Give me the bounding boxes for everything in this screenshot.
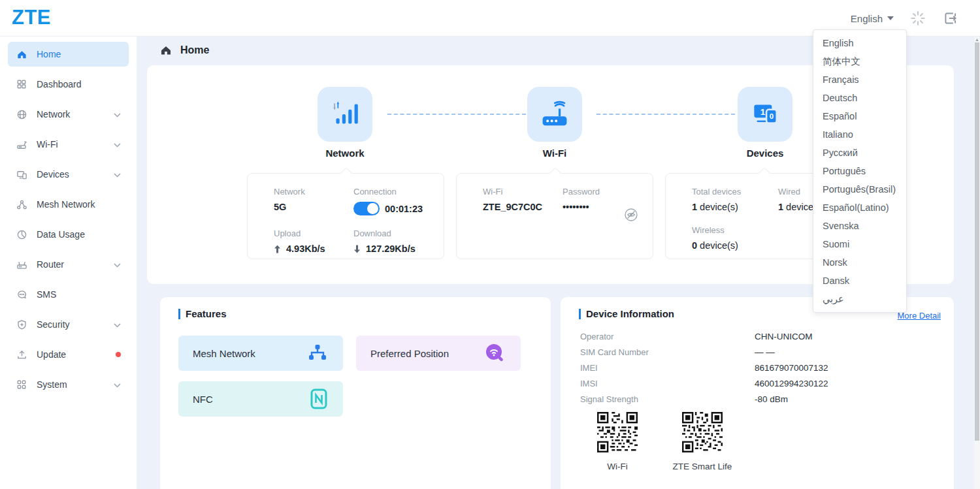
language-selector[interactable]: English [851, 13, 894, 24]
network-node-tile[interactable] [318, 87, 372, 142]
sidebar-item-label: Network [37, 109, 70, 119]
connection-time: 00:01:23 [385, 204, 423, 214]
info-label: Signal Strength [580, 394, 755, 404]
zte-logo: ZTE [12, 6, 51, 29]
language-option-portuguese-brasil[interactable]: Português(Brasil) [813, 180, 906, 198]
sidebar-item-sms[interactable]: SMS [8, 282, 129, 307]
chevron-down-icon [114, 109, 121, 119]
card-pointer [756, 168, 772, 174]
vertical-scrollbar[interactable]: ▲ [974, 37, 980, 489]
language-option-spanish[interactable]: Español [813, 107, 906, 125]
logout-icon [942, 10, 959, 27]
total-devices-num: 1 [692, 202, 697, 212]
sidebar-item-router[interactable]: Router [8, 252, 129, 277]
breadcrumb: Home [160, 44, 209, 56]
sidebar-item-label: Security [37, 319, 70, 330]
sidebar-item-devices[interactable]: Devices [8, 162, 129, 187]
language-option-portuguese[interactable]: Português [813, 162, 906, 180]
chevron-down-icon [887, 16, 894, 20]
language-option-arabic[interactable]: عربي [813, 290, 906, 308]
sidebar-item-home[interactable]: Home [8, 42, 129, 67]
sidebar-item-data-usage[interactable]: Data Usage [8, 222, 129, 247]
feature-label: Preferred Position [370, 348, 449, 359]
total-devices-label: Total devices [692, 187, 778, 197]
sidebar-item-update[interactable]: Update [8, 342, 129, 367]
language-option-german[interactable]: Deutsch [813, 89, 906, 107]
language-option-english[interactable]: English [813, 34, 906, 52]
info-label: IMSI [580, 379, 755, 388]
sidebar-item-label: Mesh Network [37, 199, 95, 210]
feature-tile-preferred-position[interactable]: Preferred Position [356, 336, 521, 371]
language-option-spanish-latino[interactable]: Español(Latino) [813, 198, 906, 217]
restart-spinner-button[interactable] [909, 10, 926, 27]
download-value: 127.29Kb/s [366, 244, 416, 254]
sidebar-item-label: Wi-Fi [37, 139, 58, 150]
info-value: -80 dBm [755, 394, 788, 404]
pie-chart-icon [16, 229, 27, 240]
mesh-icon [16, 198, 27, 210]
scrollbar-thumb[interactable] [975, 42, 979, 441]
wifi-qr-label: Wi-Fi [575, 462, 660, 471]
language-option-norwegian[interactable]: Norsk [813, 253, 906, 272]
sidebar-item-system[interactable]: System [8, 372, 129, 397]
sidebar-item-dashboard[interactable]: Dashboard [8, 72, 129, 97]
features-title: Features [178, 309, 227, 319]
home-breadcrumb-icon [160, 44, 172, 56]
dashboard-icon [16, 78, 27, 90]
language-option-danish[interactable]: Dansk [813, 272, 906, 290]
wifi-node-label: Wi-Fi [515, 148, 594, 159]
info-value: 861679070007132 [755, 363, 828, 373]
connection-toggle[interactable] [353, 202, 380, 215]
wifi-router-icon [538, 97, 572, 131]
info-value: — — [755, 347, 775, 357]
wifi-node-tile[interactable] [527, 87, 582, 142]
language-selector-label: English [851, 13, 883, 24]
network-type-value: 5G [274, 202, 353, 212]
info-label: SIM Card Number [580, 347, 755, 357]
info-value: 460012994230122 [755, 379, 828, 388]
language-option-swedish[interactable]: Svenska [813, 217, 906, 235]
sidebar-item-security[interactable]: Security [8, 312, 129, 337]
chevron-down-icon [114, 259, 121, 270]
ssid-label: Wi-Fi [483, 187, 563, 197]
sidebar-item-network[interactable]: Network [8, 102, 129, 127]
feature-tile-mesh-network[interactable]: Mesh Network [178, 336, 343, 371]
spinner-icon [909, 10, 926, 27]
update-badge [116, 352, 121, 357]
svg-text:1: 1 [760, 107, 766, 117]
connector-network-wifi [387, 114, 526, 115]
feature-label: NFC [193, 394, 213, 405]
language-dropdown-menu: English 简体中文 Français Deutsch Español It… [813, 29, 907, 313]
devices-icon [16, 168, 27, 180]
scrollbar-up-arrow[interactable]: ▲ [975, 37, 979, 42]
language-option-russian[interactable]: Русский [813, 144, 906, 162]
home-icon [16, 48, 27, 60]
sidebar-item-label: Update [37, 349, 66, 360]
info-label: IMEI [580, 363, 755, 373]
upload-label: Upload [274, 229, 353, 238]
devices-node-tile[interactable]: 1 0 [738, 87, 792, 142]
language-option-finnish[interactable]: Suomi [813, 235, 906, 253]
language-option-simplified-chinese[interactable]: 简体中文 [813, 52, 906, 71]
wireless-num: 0 [692, 240, 697, 251]
router-icon [16, 259, 27, 270]
logout-button[interactable] [942, 10, 959, 27]
sidebar-item-mesh-network[interactable]: Mesh Network [8, 192, 129, 217]
feature-label: Mesh Network [193, 348, 255, 359]
device-information-card: Device Information More Detail OperatorC… [561, 297, 954, 489]
info-row: Signal Strength-80 dBm [580, 391, 941, 407]
info-row: SIM Card Number— — [580, 344, 941, 360]
sidebar-item-label: Router [37, 259, 64, 270]
language-option-italian[interactable]: Italiano [813, 125, 906, 144]
sidebar-item-wifi[interactable]: Wi-Fi [8, 132, 129, 157]
download-label: Download [353, 229, 434, 238]
feature-tile-nfc[interactable]: NFC [178, 381, 343, 417]
globe-icon [16, 108, 27, 120]
wireless-unit: device(s) [700, 240, 738, 251]
info-row: OperatorCHN-UNICOM [580, 328, 941, 344]
arrow-up-icon [274, 245, 281, 253]
features-card: Features Mesh Network Preferred Position [160, 297, 551, 489]
language-option-french[interactable]: Français [813, 71, 906, 89]
smart-life-qr-label: ZTE Smart Life [660, 462, 745, 471]
show-password-button[interactable] [624, 208, 638, 225]
